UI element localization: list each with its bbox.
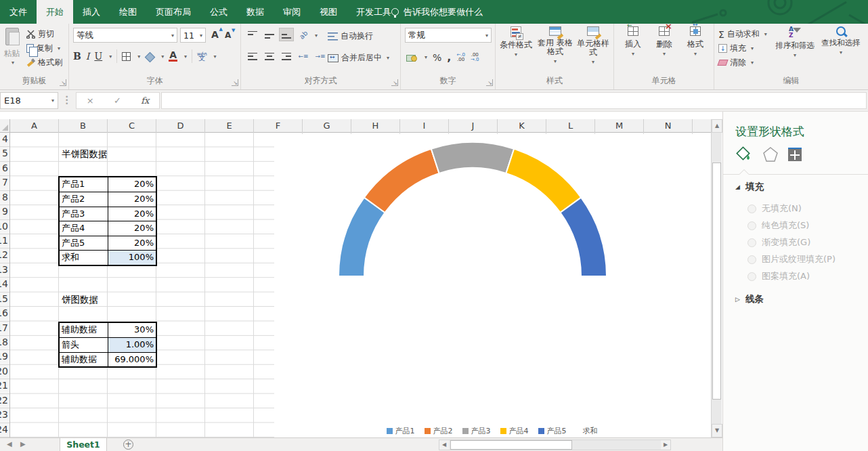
align-center-button[interactable] <box>262 49 277 63</box>
enter-button[interactable]: ✓ <box>114 95 121 106</box>
legend-item-产品2[interactable]: 产品2 <box>425 426 453 436</box>
column-header-J[interactable]: J <box>449 119 498 133</box>
column-header-F[interactable]: F <box>254 119 303 133</box>
row-header-7[interactable]: 7 <box>0 176 9 190</box>
borders-button[interactable] <box>122 52 131 61</box>
ribbon-tab-插入[interactable]: 插入 <box>73 0 110 24</box>
decrease-decimal-button[interactable]: .00→.0 <box>471 53 479 62</box>
decrease-font-button[interactable]: A▼ <box>225 30 231 40</box>
conditional-formatting-button[interactable]: 条件格式 ▾ <box>497 26 535 59</box>
fill-option-2[interactable]: 纯色填充(S) <box>747 219 809 232</box>
merge-center-button[interactable]: 合并后居中 ▾ <box>328 52 389 64</box>
line-section-header[interactable]: ▷ 线条 <box>735 293 764 305</box>
align-middle-button[interactable] <box>262 28 277 41</box>
row-header-21[interactable]: 21 <box>0 379 9 393</box>
clipboard-dialog-launcher[interactable]: ↘ <box>60 79 66 86</box>
row-header-23[interactable]: 23 <box>0 408 9 423</box>
fill-line-tab-icon[interactable] <box>735 146 753 163</box>
effects-tab-icon[interactable] <box>762 146 779 163</box>
legend-item-产品4[interactable]: 产品4 <box>500 426 529 436</box>
decrease-indent-button[interactable]: ←≡ <box>296 49 311 63</box>
fill-button[interactable]: ↓ 填充 ▾ <box>717 42 768 55</box>
ribbon-tab-开始[interactable]: 开始 <box>37 0 73 24</box>
font-color-button[interactable]: A <box>169 51 177 62</box>
italic-button[interactable]: I <box>86 51 90 62</box>
table-row[interactable]: 产品220% <box>60 192 156 206</box>
row-header-18[interactable]: 18 <box>0 336 9 350</box>
scroll-up-icon[interactable]: ▲ <box>712 119 722 133</box>
semi-pie-data-table[interactable]: 产品120%产品220%产品320%产品420%产品520%求和100% <box>58 176 157 266</box>
cell-value[interactable]: 100% <box>108 251 156 264</box>
row-header-19[interactable]: 19 <box>0 350 9 364</box>
scroll-right-icon[interactable]: ▶ <box>661 440 670 450</box>
autosum-button[interactable]: Σ 自动求和 ▾ <box>717 28 768 41</box>
row-header-20[interactable]: 20 <box>0 365 9 379</box>
number-dialog-launcher[interactable]: ↘ <box>486 79 493 86</box>
row-header-4[interactable]: 4 <box>0 133 9 147</box>
sheet-nav-right-icon[interactable]: ▶ <box>20 440 26 448</box>
cell-value[interactable]: 30% <box>108 323 156 337</box>
row-header-22[interactable]: 22 <box>0 394 9 408</box>
gauge-chart[interactable]: 产品1产品2产品3产品4产品5求和 <box>274 134 710 437</box>
bold-button[interactable]: B <box>73 51 81 62</box>
cell-styles-button[interactable]: 单元格样式 ▾ <box>574 26 612 66</box>
table-row[interactable]: 辅助数据69.000% <box>60 352 156 366</box>
vertical-scroll-thumb[interactable] <box>712 163 721 400</box>
cell-name[interactable]: 辅助数据 <box>60 323 108 337</box>
horizontal-scroll-thumb[interactable] <box>450 440 572 450</box>
align-top-button[interactable] <box>245 28 260 41</box>
sheet-tab-sheet1[interactable]: Sheet1 <box>60 438 107 451</box>
cell-value[interactable]: 20% <box>108 236 156 250</box>
row-header-10[interactable]: 10 <box>0 220 9 234</box>
gauge-segment-产品1[interactable] <box>339 198 385 276</box>
cut-button[interactable]: 剪切 <box>25 28 64 41</box>
column-header-L[interactable]: L <box>546 119 595 133</box>
font-dialog-launcher[interactable]: ↘ <box>232 79 238 86</box>
fill-option-1[interactable]: 无填充(N) <box>747 202 802 215</box>
format-painter-button[interactable]: 格式刷 <box>25 56 64 69</box>
column-header-E[interactable]: E <box>205 119 254 133</box>
select-all-corner[interactable] <box>0 119 10 133</box>
cell-name[interactable]: 箭头 <box>60 338 108 351</box>
sheet-nav-left-icon[interactable]: ◀ <box>7 440 12 448</box>
tell-me-box[interactable]: 告诉我你想要做什么 <box>391 0 483 24</box>
column-header-A[interactable]: A <box>10 119 59 133</box>
cell-name[interactable]: 产品3 <box>60 207 108 221</box>
underline-button[interactable]: U <box>94 51 102 62</box>
table-row[interactable]: 产品120% <box>60 177 156 192</box>
format-cells-button[interactable]: 格式 ▾ <box>683 26 708 58</box>
column-header-C[interactable]: C <box>108 119 156 133</box>
ribbon-tab-数据[interactable]: 数据 <box>237 0 274 24</box>
cell-label-pie[interactable]: 饼图数据 <box>62 293 98 307</box>
comma-style-button[interactable]: , <box>447 51 451 64</box>
align-bottom-button[interactable] <box>279 28 294 41</box>
row-header-16[interactable]: 16 <box>0 307 9 321</box>
scroll-left-icon[interactable]: ◀ <box>439 440 449 450</box>
add-sheet-button[interactable]: + <box>123 439 133 450</box>
row-header-6[interactable]: 6 <box>0 162 9 176</box>
row-header-8[interactable]: 8 <box>0 191 9 205</box>
cancel-button[interactable]: × <box>87 95 94 106</box>
accounting-format-button[interactable] <box>406 53 417 62</box>
legend-item-产品5[interactable]: 产品5 <box>538 426 567 436</box>
column-header-M[interactable]: M <box>595 119 644 133</box>
column-header-D[interactable]: D <box>156 119 205 133</box>
table-row[interactable]: 产品320% <box>60 207 156 221</box>
cell-value[interactable]: 20% <box>108 207 156 221</box>
ribbon-tab-文件[interactable]: 文件 <box>0 0 37 24</box>
row-header-24[interactable]: 24 <box>0 423 9 437</box>
ribbon-tab-页面布局[interactable]: 页面布局 <box>146 0 200 24</box>
table-row[interactable]: 求和100% <box>60 250 156 264</box>
clear-button[interactable]: 清除 ▾ <box>717 56 768 69</box>
vertical-scrollbar[interactable]: ▲ ▼ <box>711 119 722 437</box>
formula-bar-splitter[interactable]: ••• <box>65 95 68 106</box>
column-header-H[interactable]: H <box>351 119 400 133</box>
ribbon-tab-视图[interactable]: 视图 <box>310 0 347 24</box>
alignment-dialog-launcher[interactable]: ↘ <box>391 79 398 86</box>
number-format-select[interactable]: 常规▾ <box>405 28 492 43</box>
paste-button[interactable]: 粘贴 ▾ <box>0 26 24 77</box>
pie-data-table[interactable]: 辅助数据30%箭头1.00%辅助数据69.000% <box>58 322 157 368</box>
wrap-text-button[interactable]: 自动换行 <box>328 30 373 42</box>
cell-name[interactable]: 产品5 <box>60 236 108 250</box>
cell-name[interactable]: 求和 <box>60 251 108 264</box>
